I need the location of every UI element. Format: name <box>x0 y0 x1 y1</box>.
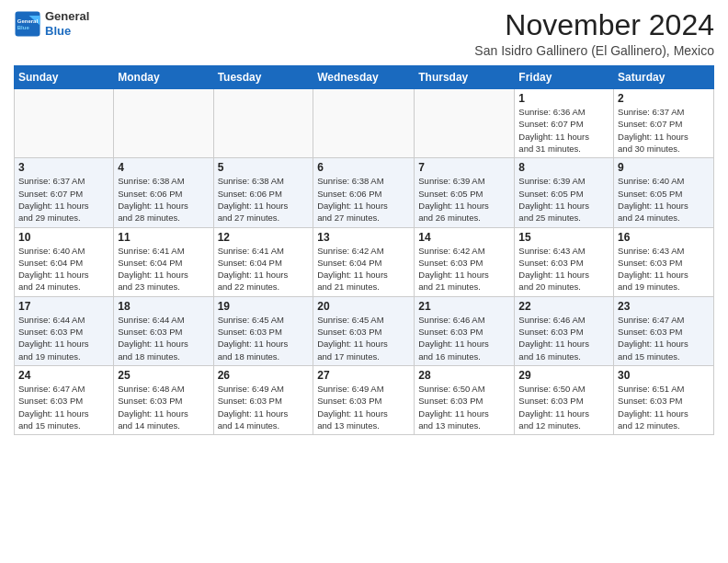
col-header-thursday: Thursday <box>415 66 515 89</box>
day-number: 20 <box>317 300 410 313</box>
calendar-week-row: 10Sunrise: 6:40 AM Sunset: 6:04 PM Dayli… <box>15 227 714 296</box>
logo-blue: Blue <box>45 24 89 39</box>
location-title: San Isidro Gallinero (El Gallinero), Mex… <box>474 43 714 58</box>
calendar-cell: 4Sunrise: 6:38 AM Sunset: 6:06 PM Daylig… <box>114 158 213 227</box>
day-number: 30 <box>618 369 710 382</box>
day-number: 6 <box>317 161 410 174</box>
calendar-cell: 23Sunrise: 6:47 AM Sunset: 6:03 PM Dayli… <box>614 296 714 365</box>
day-number: 1 <box>518 92 609 105</box>
calendar-cell: 5Sunrise: 6:38 AM Sunset: 6:06 PM Daylig… <box>213 158 313 227</box>
day-number: 10 <box>18 231 109 244</box>
day-number: 3 <box>18 161 109 174</box>
logo-general: General <box>45 9 89 24</box>
page: General Blue General Blue November 2024 … <box>0 0 728 449</box>
day-info: Sunrise: 6:47 AM Sunset: 6:03 PM Dayligh… <box>618 314 710 362</box>
calendar-cell <box>15 89 114 158</box>
calendar-table: SundayMondayTuesdayWednesdayThursdayFrid… <box>14 65 714 435</box>
calendar-week-row: 3Sunrise: 6:37 AM Sunset: 6:07 PM Daylig… <box>15 158 714 227</box>
day-number: 22 <box>518 300 609 313</box>
day-info: Sunrise: 6:39 AM Sunset: 6:05 PM Dayligh… <box>518 175 609 224</box>
day-number: 21 <box>418 300 510 313</box>
calendar-cell: 6Sunrise: 6:38 AM Sunset: 6:06 PM Daylig… <box>313 158 415 227</box>
day-number: 28 <box>418 369 510 382</box>
day-info: Sunrise: 6:43 AM Sunset: 6:03 PM Dayligh… <box>618 245 710 293</box>
calendar-cell: 1Sunrise: 6:36 AM Sunset: 6:07 PM Daylig… <box>515 89 614 158</box>
calendar-header-row: SundayMondayTuesdayWednesdayThursdayFrid… <box>15 66 714 89</box>
day-info: Sunrise: 6:46 AM Sunset: 6:03 PM Dayligh… <box>518 314 609 362</box>
day-info: Sunrise: 6:39 AM Sunset: 6:05 PM Dayligh… <box>418 175 510 224</box>
day-number: 19 <box>218 300 310 313</box>
day-info: Sunrise: 6:46 AM Sunset: 6:03 PM Dayligh… <box>418 314 510 362</box>
logo-text: General Blue <box>45 9 89 38</box>
col-header-tuesday: Tuesday <box>213 66 313 89</box>
day-info: Sunrise: 6:42 AM Sunset: 6:03 PM Dayligh… <box>418 245 510 293</box>
day-number: 25 <box>118 369 209 382</box>
day-number: 26 <box>218 369 310 382</box>
day-info: Sunrise: 6:48 AM Sunset: 6:03 PM Dayligh… <box>118 383 209 431</box>
day-info: Sunrise: 6:38 AM Sunset: 6:06 PM Dayligh… <box>218 175 310 224</box>
calendar-cell: 2Sunrise: 6:37 AM Sunset: 6:07 PM Daylig… <box>614 89 714 158</box>
day-number: 2 <box>618 92 710 105</box>
logo: General Blue General Blue <box>14 9 89 38</box>
day-info: Sunrise: 6:51 AM Sunset: 6:03 PM Dayligh… <box>618 383 710 431</box>
calendar-cell <box>213 89 313 158</box>
day-info: Sunrise: 6:49 AM Sunset: 6:03 PM Dayligh… <box>218 383 310 431</box>
day-number: 18 <box>118 300 209 313</box>
day-info: Sunrise: 6:43 AM Sunset: 6:03 PM Dayligh… <box>518 245 609 293</box>
calendar-cell: 7Sunrise: 6:39 AM Sunset: 6:05 PM Daylig… <box>415 158 515 227</box>
calendar-cell <box>415 89 515 158</box>
day-info: Sunrise: 6:42 AM Sunset: 6:04 PM Dayligh… <box>317 245 410 293</box>
day-info: Sunrise: 6:45 AM Sunset: 6:03 PM Dayligh… <box>218 314 310 362</box>
col-header-sunday: Sunday <box>15 66 114 89</box>
day-info: Sunrise: 6:49 AM Sunset: 6:03 PM Dayligh… <box>317 383 410 431</box>
day-info: Sunrise: 6:40 AM Sunset: 6:05 PM Dayligh… <box>618 175 710 224</box>
col-header-saturday: Saturday <box>614 66 714 89</box>
day-number: 7 <box>418 161 510 174</box>
day-info: Sunrise: 6:37 AM Sunset: 6:07 PM Dayligh… <box>18 175 109 224</box>
day-number: 14 <box>418 231 510 244</box>
calendar-cell: 8Sunrise: 6:39 AM Sunset: 6:05 PM Daylig… <box>515 158 614 227</box>
calendar-cell: 19Sunrise: 6:45 AM Sunset: 6:03 PM Dayli… <box>213 296 313 365</box>
day-info: Sunrise: 6:50 AM Sunset: 6:03 PM Dayligh… <box>518 383 609 431</box>
calendar-cell: 13Sunrise: 6:42 AM Sunset: 6:04 PM Dayli… <box>313 227 415 296</box>
day-info: Sunrise: 6:37 AM Sunset: 6:07 PM Dayligh… <box>618 106 710 155</box>
day-info: Sunrise: 6:40 AM Sunset: 6:04 PM Dayligh… <box>18 245 109 293</box>
day-info: Sunrise: 6:44 AM Sunset: 6:03 PM Dayligh… <box>118 314 209 362</box>
svg-rect-0 <box>16 11 40 36</box>
day-number: 13 <box>317 231 410 244</box>
calendar-cell: 22Sunrise: 6:46 AM Sunset: 6:03 PM Dayli… <box>515 296 614 365</box>
day-number: 24 <box>18 369 109 382</box>
day-number: 5 <box>218 161 310 174</box>
day-number: 16 <box>618 231 710 244</box>
calendar-cell: 15Sunrise: 6:43 AM Sunset: 6:03 PM Dayli… <box>515 227 614 296</box>
calendar-cell: 3Sunrise: 6:37 AM Sunset: 6:07 PM Daylig… <box>15 158 114 227</box>
day-info: Sunrise: 6:45 AM Sunset: 6:03 PM Dayligh… <box>317 314 410 362</box>
calendar-cell: 12Sunrise: 6:41 AM Sunset: 6:04 PM Dayli… <box>213 227 313 296</box>
day-number: 12 <box>218 231 310 244</box>
day-info: Sunrise: 6:38 AM Sunset: 6:06 PM Dayligh… <box>317 175 410 224</box>
calendar-cell: 10Sunrise: 6:40 AM Sunset: 6:04 PM Dayli… <box>15 227 114 296</box>
day-number: 11 <box>118 231 209 244</box>
calendar-cell: 11Sunrise: 6:41 AM Sunset: 6:04 PM Dayli… <box>114 227 213 296</box>
calendar-cell <box>114 89 213 158</box>
day-info: Sunrise: 6:38 AM Sunset: 6:06 PM Dayligh… <box>118 175 209 224</box>
day-number: 29 <box>518 369 609 382</box>
day-info: Sunrise: 6:44 AM Sunset: 6:03 PM Dayligh… <box>18 314 109 362</box>
calendar-week-row: 17Sunrise: 6:44 AM Sunset: 6:03 PM Dayli… <box>15 296 714 365</box>
calendar-cell: 20Sunrise: 6:45 AM Sunset: 6:03 PM Dayli… <box>313 296 415 365</box>
col-header-wednesday: Wednesday <box>313 66 415 89</box>
day-info: Sunrise: 6:41 AM Sunset: 6:04 PM Dayligh… <box>118 245 209 293</box>
calendar-week-row: 1Sunrise: 6:36 AM Sunset: 6:07 PM Daylig… <box>15 89 714 158</box>
day-number: 8 <box>518 161 609 174</box>
day-number: 17 <box>18 300 109 313</box>
day-number: 9 <box>618 161 710 174</box>
calendar-cell <box>313 89 415 158</box>
calendar-cell: 14Sunrise: 6:42 AM Sunset: 6:03 PM Dayli… <box>415 227 515 296</box>
col-header-monday: Monday <box>114 66 213 89</box>
calendar-cell: 27Sunrise: 6:49 AM Sunset: 6:03 PM Dayli… <box>313 365 415 434</box>
calendar-cell: 26Sunrise: 6:49 AM Sunset: 6:03 PM Dayli… <box>213 365 313 434</box>
calendar-cell: 24Sunrise: 6:47 AM Sunset: 6:03 PM Dayli… <box>15 365 114 434</box>
title-block: November 2024 San Isidro Gallinero (El G… <box>474 9 714 58</box>
svg-text:General: General <box>17 17 39 23</box>
day-number: 15 <box>518 231 609 244</box>
